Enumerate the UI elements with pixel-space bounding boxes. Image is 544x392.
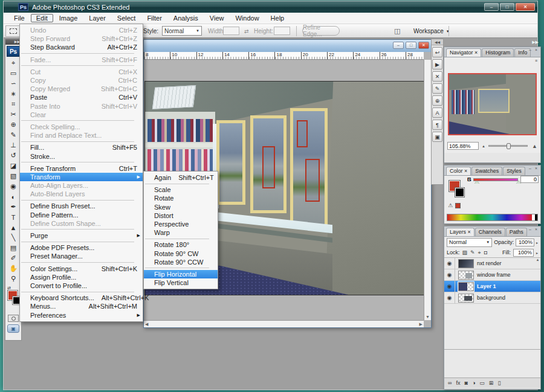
menu-item[interactable]: Scale bbox=[144, 185, 218, 194]
menu-item[interactable]: Preferences ▶ bbox=[20, 310, 143, 319]
type-tool[interactable]: T bbox=[6, 212, 21, 222]
channel-slider[interactable] bbox=[473, 178, 518, 181]
scroll-up-icon[interactable]: ▲ bbox=[535, 258, 540, 262]
menu-item[interactable]: Perspective bbox=[144, 220, 218, 228]
refine-edge-button[interactable]: Refine Edge... bbox=[302, 26, 340, 36]
scroll-down-icon[interactable]: ▼ bbox=[426, 315, 430, 319]
pen-tool[interactable]: ✒ bbox=[6, 202, 21, 212]
blend-mode-select[interactable]: Normal ▼ bbox=[447, 238, 492, 247]
menu-item[interactable]: Convert to Profile... ▶ bbox=[20, 281, 143, 290]
layer-comps-panel-icon[interactable]: ▣ bbox=[432, 132, 442, 142]
slice-tool[interactable]: ✂ bbox=[6, 109, 21, 120]
swap-colors-icon[interactable]: ⇄ bbox=[7, 286, 11, 291]
history-brush-tool[interactable]: ↺ bbox=[6, 150, 21, 161]
layer-thumbnail[interactable] bbox=[458, 294, 474, 303]
healing-brush-tool[interactable]: ⊕ bbox=[6, 120, 21, 130]
menu-item[interactable]: Rotate 90° CCW bbox=[144, 258, 218, 266]
menu-item[interactable]: Skew bbox=[144, 203, 218, 211]
opacity-field[interactable]: 100% bbox=[516, 239, 534, 246]
doc-restore-button[interactable]: □ bbox=[406, 42, 416, 49]
menubar-item[interactable]: Edit bbox=[31, 14, 53, 22]
doc-close-button[interactable]: ✕ bbox=[418, 42, 429, 49]
layer-row[interactable]: ◉ window frame bbox=[444, 269, 540, 281]
opacity-spinner-icon[interactable]: ▸ bbox=[536, 240, 538, 245]
menu-item[interactable]: Paste Into Shift+Ctrl+V ▶ bbox=[20, 102, 143, 111]
navigator-zoom-field[interactable]: 105.88% bbox=[447, 142, 479, 150]
path-selection-tool[interactable]: ▲ bbox=[6, 222, 21, 233]
panel-minimize-close-icons[interactable]: – × bbox=[529, 48, 539, 52]
history-panel-icon[interactable]: ↩ bbox=[432, 47, 442, 57]
menubar-item[interactable]: Help bbox=[265, 14, 290, 22]
fill-spinner-icon[interactable]: ▸ bbox=[536, 251, 538, 255]
menu-item[interactable]: Define Brush Preset... ▶ bbox=[20, 202, 143, 210]
eraser-tool[interactable]: ◪ bbox=[6, 161, 21, 171]
panel-tab[interactable]: Histogram bbox=[482, 48, 514, 57]
clone-source-panel-icon[interactable]: ⊕ bbox=[432, 95, 442, 106]
minimize-button[interactable]: – bbox=[484, 3, 499, 11]
menu-item[interactable]: Color Settings... Shift+Ctrl+K ▶ bbox=[20, 265, 143, 273]
menu-item[interactable]: Check Spelling... ▶ bbox=[20, 123, 143, 131]
menu-item[interactable]: Assign Profile... ▶ bbox=[20, 273, 143, 281]
menu-item[interactable]: Paste Ctrl+V ▶ bbox=[20, 93, 143, 101]
panel-tab[interactable]: Color × bbox=[446, 167, 471, 175]
scroll-left-icon[interactable]: ◀ bbox=[145, 322, 148, 327]
layer-thumbnail[interactable] bbox=[458, 271, 474, 280]
paragraph-panel-icon[interactable]: ¶ bbox=[432, 120, 442, 130]
panel-tab[interactable]: Paths bbox=[506, 228, 527, 236]
color-spectrum-ramp[interactable] bbox=[447, 214, 538, 221]
menu-item[interactable]: Rotate bbox=[144, 194, 218, 202]
menu-item[interactable]: Find and Replace Text... ▶ bbox=[20, 131, 143, 140]
menu-item[interactable]: Flip Horizontal bbox=[144, 270, 218, 278]
menu-item[interactable]: Cut Ctrl+X ▶ bbox=[20, 68, 143, 76]
document-title-bar[interactable]: – □ ✕ bbox=[144, 40, 431, 52]
vertical-scrollbar[interactable]: ▼ bbox=[424, 60, 431, 320]
move-tool[interactable]: ⌖ bbox=[6, 58, 21, 68]
menu-item[interactable]: Step Forward Shift+Ctrl+Z ▶ bbox=[20, 34, 143, 43]
visibility-eye-icon[interactable]: ◉ bbox=[444, 269, 455, 280]
menubar-item[interactable]: Filter bbox=[141, 14, 167, 22]
gamut-color-swatch[interactable] bbox=[455, 203, 461, 208]
layer-thumbnail[interactable] bbox=[458, 259, 474, 268]
hand-tool[interactable]: ✋ bbox=[6, 263, 21, 274]
menu-item[interactable]: Define Custom Shape... ▶ bbox=[20, 219, 143, 228]
maximize-button[interactable]: □ bbox=[500, 3, 514, 11]
zoom-in-mountain-icon[interactable]: ▲ bbox=[532, 143, 537, 149]
layer-mask-icon[interactable]: ◙ bbox=[464, 380, 467, 386]
menubar-item[interactable]: Layer bbox=[83, 14, 111, 22]
zoom-tool[interactable]: ⚲ bbox=[6, 274, 21, 284]
panel-tab[interactable]: Channels bbox=[475, 228, 505, 236]
background-color-swatch[interactable] bbox=[455, 188, 464, 197]
menu-item[interactable]: Keyboard Shortcuts... Alt+Shift+Ctrl+K ▶ bbox=[20, 294, 143, 302]
menu-item[interactable]: Fade... Shift+Ctrl+F ▶ bbox=[20, 56, 143, 64]
layer-thumbnail[interactable] bbox=[458, 282, 474, 291]
layer-group-icon[interactable]: ▭ bbox=[479, 380, 485, 386]
menubar-item[interactable]: Window bbox=[230, 14, 264, 22]
panel-tab[interactable]: Layers × bbox=[446, 228, 474, 236]
menubar-item[interactable]: Image bbox=[54, 14, 83, 22]
menu-item[interactable]: Auto-Blend Layers ▶ bbox=[20, 190, 143, 198]
eyedropper-tool[interactable]: ✐ bbox=[6, 253, 21, 263]
menu-item[interactable]: Flip Vertical bbox=[144, 278, 218, 287]
dock-collapse-icon[interactable]: ▶▶ bbox=[444, 38, 541, 46]
panel-tab[interactable]: Navigator × bbox=[446, 48, 481, 57]
panel-minimize-close-icons[interactable]: – × bbox=[529, 166, 539, 170]
menu-item[interactable]: Menus... Alt+Shift+Ctrl+M ▶ bbox=[20, 302, 143, 310]
visibility-eye-icon[interactable]: ◉ bbox=[444, 292, 455, 303]
delete-layer-icon[interactable]: ▯ bbox=[497, 380, 500, 386]
width-input[interactable] bbox=[223, 27, 239, 35]
adjustment-layer-icon[interactable]: ◑ bbox=[472, 380, 475, 386]
fill-field[interactable]: 100% bbox=[513, 249, 534, 257]
layer-row[interactable]: ◉ background bbox=[444, 292, 540, 304]
title-bar[interactable]: Ps Adobe Photoshop CS3 Extended – □ ✕ bbox=[4, 1, 537, 13]
menu-item[interactable]: Distort bbox=[144, 211, 218, 220]
slider-handle[interactable] bbox=[507, 143, 511, 149]
menu-item[interactable]: Step Backward Alt+Ctrl+Z ▶ bbox=[20, 43, 143, 51]
line-tool[interactable]: ╲ bbox=[6, 233, 21, 243]
magic-wand-tool[interactable]: ∗ bbox=[6, 89, 21, 99]
channel-value-field[interactable]: 0 bbox=[520, 176, 539, 183]
character-panel-icon[interactable]: A bbox=[432, 108, 442, 118]
close-button[interactable]: ✕ bbox=[516, 3, 535, 11]
blur-tool[interactable]: ◉ bbox=[6, 181, 21, 191]
menubar-item[interactable]: File bbox=[8, 14, 30, 22]
tool-presets-panel-icon[interactable]: ✕ bbox=[432, 71, 442, 82]
